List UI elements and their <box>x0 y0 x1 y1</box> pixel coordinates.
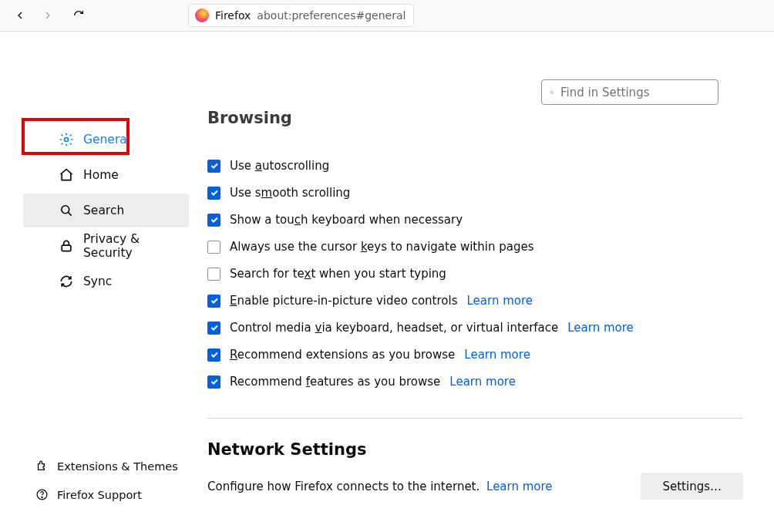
option-row: Use autoscrolling <box>207 159 743 173</box>
sidebar-label: Search <box>83 204 124 217</box>
sidebar-item-sync[interactable]: Sync <box>23 264 189 298</box>
option-label[interactable]: Use autoscrolling <box>230 159 329 173</box>
url-bar[interactable]: Firefox about:preferences#general <box>188 4 414 27</box>
network-description: Configure how Firefox connects to the in… <box>207 480 553 493</box>
option-row: Recommend extensions as you browseLearn … <box>207 348 743 362</box>
option-label[interactable]: Enable picture-in-picture video controls <box>230 294 457 308</box>
option-row: Use smooth scrolling <box>207 186 743 200</box>
main-content: Browsing Use autoscrollingUse smooth scr… <box>197 32 774 532</box>
option-row: Recommend features as you browseLearn mo… <box>207 375 743 389</box>
learn-more-link[interactable]: Learn more <box>464 348 530 362</box>
svg-point-4 <box>42 497 42 497</box>
option-label[interactable]: Show a touch keyboard when necessary <box>230 213 463 227</box>
sidebar-label: Firefox Support <box>57 489 142 501</box>
sidebar-label: General <box>83 133 130 146</box>
svg-rect-2 <box>62 245 71 251</box>
search-icon <box>59 203 74 218</box>
help-icon <box>35 488 49 501</box>
sidebar-item-home[interactable]: Home <box>23 158 189 192</box>
learn-more-link[interactable]: Learn more <box>486 480 553 493</box>
checkbox[interactable] <box>207 160 220 173</box>
back-button[interactable] <box>9 5 31 26</box>
option-label[interactable]: Recommend features as you browse <box>230 375 440 389</box>
option-label[interactable]: Control media via keyboard, headset, or … <box>230 321 558 335</box>
learn-more-link[interactable]: Learn more <box>449 375 516 389</box>
sidebar-item-extensions[interactable]: Extensions & Themes <box>0 452 189 480</box>
learn-more-link[interactable]: Learn more <box>567 321 634 335</box>
find-in-settings[interactable] <box>541 79 718 105</box>
gear-icon <box>59 132 74 147</box>
option-row: Show a touch keyboard when necessary <box>207 213 743 227</box>
firefox-logo-icon <box>195 8 209 22</box>
find-in-settings-input[interactable] <box>560 86 710 99</box>
lock-icon <box>59 238 74 254</box>
option-row: Enable picture-in-picture video controls… <box>207 294 743 308</box>
search-icon <box>550 87 554 98</box>
sync-icon <box>59 274 74 289</box>
network-settings-button[interactable]: Settings… <box>641 473 743 500</box>
reload-button[interactable] <box>68 5 89 26</box>
url-text: about:preferences#general <box>257 9 406 22</box>
sidebar-item-support[interactable]: Firefox Support <box>0 480 189 509</box>
browser-toolbar: Firefox about:preferences#general <box>0 0 774 32</box>
checkbox[interactable] <box>207 214 220 227</box>
svg-point-1 <box>62 206 69 214</box>
sidebar-label: Privacy & Security <box>83 232 189 260</box>
sidebar-item-privacy[interactable]: Privacy & Security <box>23 229 189 263</box>
option-label[interactable]: Recommend extensions as you browse <box>230 348 455 362</box>
network-heading: Network Settings <box>207 440 743 459</box>
sidebar-label: Extensions & Themes <box>57 460 178 473</box>
divider <box>207 418 743 419</box>
option-row: Control media via keyboard, headset, or … <box>207 321 743 335</box>
checkbox[interactable] <box>207 295 220 308</box>
forward-button[interactable] <box>37 5 59 26</box>
checkbox[interactable] <box>207 375 220 389</box>
svg-point-0 <box>65 138 69 142</box>
option-row: Always use the cursor keys to navigate w… <box>207 240 743 254</box>
identity-label: Firefox <box>215 9 251 22</box>
sidebar-item-search[interactable]: Search <box>23 194 189 227</box>
checkbox[interactable] <box>207 322 220 335</box>
checkbox[interactable] <box>207 187 220 200</box>
sidebar-item-general[interactable]: General <box>23 123 189 157</box>
option-label[interactable]: Always use the cursor keys to navigate w… <box>230 240 533 254</box>
option-label[interactable]: Use smooth scrolling <box>230 186 350 200</box>
checkbox[interactable] <box>207 268 220 281</box>
option-row: Search for text when you start typing <box>207 267 743 281</box>
option-label[interactable]: Search for text when you start typing <box>230 267 446 281</box>
sidebar-label: Home <box>83 168 119 182</box>
checkbox[interactable] <box>207 348 220 362</box>
svg-point-5 <box>550 91 553 93</box>
sidebar-footer: Extensions & Themes Firefox Support <box>0 452 197 509</box>
sidebar: General Home Search Privacy & Security S… <box>0 32 197 532</box>
home-icon <box>59 167 74 183</box>
puzzle-icon <box>35 460 49 473</box>
sidebar-label: Sync <box>83 274 112 288</box>
learn-more-link[interactable]: Learn more <box>466 294 533 308</box>
checkbox[interactable] <box>207 241 220 254</box>
